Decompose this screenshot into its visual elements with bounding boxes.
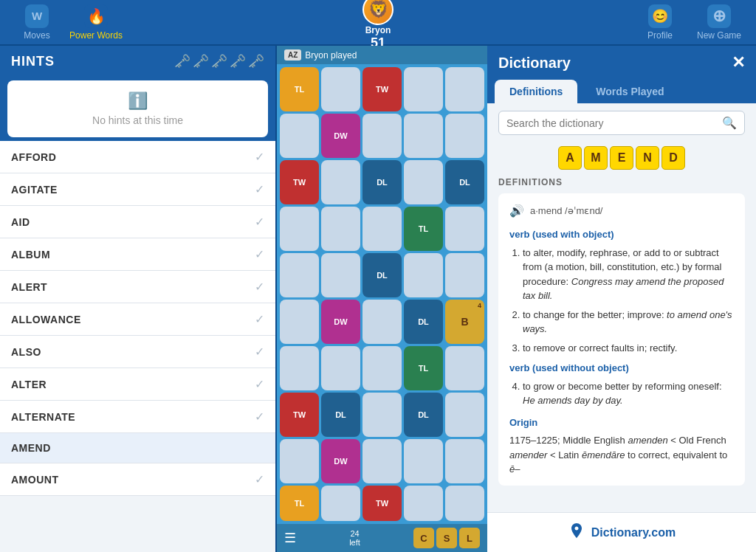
tile-empty	[280, 346, 319, 390]
menu-icon[interactable]: ☰	[284, 530, 296, 546]
list-item[interactable]: AID✓	[0, 206, 275, 238]
dict-word-tiles: A M E N D	[487, 146, 756, 170]
letter-tile-s: S	[436, 528, 457, 548]
definition-list-2: to grow or become better by reforming on…	[509, 379, 734, 408]
tab-words-played[interactable]: Words Played	[581, 80, 678, 103]
definition-list-1: to alter, modify, rephrase, or add to or…	[509, 246, 734, 356]
tile-empty	[321, 346, 360, 390]
middle-panel: AZ Bryon played TL TW DW TW DL DL	[277, 46, 487, 552]
pronunciation: a·mend /əˈmɛnd/	[530, 204, 603, 218]
word-text: AID	[11, 216, 30, 228]
pronunciation-row: 🔊 a·mend /əˈmɛnd/	[509, 202, 734, 220]
tile-tw: TW	[362, 67, 402, 111]
dict-tabs: Definitions Words Played	[487, 80, 756, 103]
dict-tile-m: M	[584, 146, 608, 170]
tile-empty	[445, 207, 484, 251]
tile-green: TL	[404, 346, 443, 390]
list-item[interactable]: ALBUM✓	[0, 238, 275, 271]
hint-key-3: 🗝️	[211, 53, 227, 69]
list-item[interactable]: ALLOWANCE✓	[0, 303, 275, 336]
tile-empty	[404, 486, 443, 521]
definition-item: to grow or become better by reforming on…	[523, 379, 734, 408]
tile-empty	[445, 114, 484, 158]
tile-dl: DL	[445, 160, 484, 204]
list-item[interactable]: ALTER✓	[0, 368, 275, 401]
list-item[interactable]: AMOUNT✓	[0, 463, 275, 496]
dict-tile-d: D	[662, 146, 685, 170]
definition-item: to change for the better; improve: to am…	[523, 308, 734, 337]
speaker-icon[interactable]: 🔊	[509, 202, 524, 220]
tile-empty	[280, 253, 319, 297]
tile-empty	[321, 160, 360, 204]
tile-empty	[280, 207, 319, 251]
nav-label-profile: Profile	[647, 30, 673, 41]
hint-key-1: 🗝️	[174, 53, 190, 69]
game-header: AZ Bryon played	[277, 46, 487, 64]
nav-item-power-words[interactable]: 🔥 Power Words	[66, 4, 126, 41]
close-button[interactable]: ✕	[732, 53, 745, 72]
dict-content: DEFINITIONS 🔊 a·mend /əˈmɛnd/ verb (used…	[487, 177, 756, 512]
hint-key-5: 🗝️	[248, 53, 264, 69]
search-icon: 🔍	[722, 116, 737, 130]
list-item[interactable]: ALERT✓	[0, 271, 275, 303]
tile-dl: DL	[362, 253, 402, 297]
nav-item-moves[interactable]: W Moves	[7, 4, 66, 41]
pos-header-2: verb (used without object)	[509, 361, 734, 376]
word-text: ALERT	[11, 281, 47, 293]
check-icon: ✓	[255, 312, 264, 326]
tile-empty	[445, 393, 484, 437]
dict-footer[interactable]: Dictionary.com	[487, 512, 756, 552]
word-text: ALBUM	[11, 249, 50, 261]
search-input[interactable]	[506, 117, 716, 129]
word-text: ALSO	[11, 346, 41, 358]
list-item[interactable]: ALSO✓	[0, 336, 275, 368]
tile-empty	[362, 300, 402, 344]
nav-item-new-game[interactable]: ⊕ New Game	[690, 4, 749, 41]
dict-tile-e: E	[610, 146, 633, 170]
tile-tl: TL	[280, 67, 319, 111]
check-icon: ✓	[255, 150, 264, 164]
word-text: ALTERNATE	[11, 411, 75, 423]
tile-dw: DW	[321, 300, 360, 344]
tile-empty	[404, 439, 443, 483]
right-panel: Dictionary ✕ Definitions Words Played 🔍 …	[487, 46, 756, 552]
tile-empty	[362, 439, 402, 483]
definition-item: to remove or correct faults in; rectify.	[523, 341, 734, 356]
main-layout: HINTS 🗝️ 🗝️ 🗝️ 🗝️ 🗝️ ℹ️ No hints at this…	[0, 46, 756, 552]
check-icon: ✓	[255, 247, 264, 261]
letter-tile-l: L	[459, 528, 480, 548]
check-icon: ✓	[255, 215, 264, 229]
no-hints-box: ℹ️ No hints at this time	[7, 80, 268, 137]
tile-tw: TW	[362, 486, 402, 521]
tile-empty	[321, 253, 360, 297]
hint-key-2: 🗝️	[193, 53, 209, 69]
check-icon: ✓	[255, 377, 264, 391]
list-item[interactable]: ALTERNATE✓	[0, 401, 275, 433]
tile-empty	[445, 253, 484, 297]
list-item[interactable]: AFFORD✓	[0, 141, 275, 173]
top-nav: W Moves 🔥 Power Words 🦁 Bryon 51 😊 Profi…	[0, 0, 756, 46]
search-box: 🔍	[498, 111, 745, 135]
nav-label-moves: Moves	[24, 30, 49, 41]
list-item[interactable]: AGITATE✓	[0, 173, 275, 206]
tile-tw: TW	[280, 393, 319, 437]
tile-empty	[321, 207, 360, 251]
tile-empty	[445, 346, 484, 390]
hint-key-4: 🗝️	[230, 53, 246, 69]
moves-icon: W	[25, 4, 49, 28]
tab-definitions[interactable]: Definitions	[495, 80, 577, 103]
origin-text: 1175–1225; Middle English amenden < Old …	[509, 433, 734, 477]
check-icon: ✓	[255, 182, 264, 196]
tile-empty	[362, 114, 402, 158]
check-icon: ✓	[255, 410, 264, 424]
list-item-selected[interactable]: AMEND	[0, 433, 275, 463]
nav-item-profile[interactable]: 😊 Profile	[630, 4, 690, 41]
tile-letter-b: B4	[445, 300, 484, 344]
hints-title: HINTS	[11, 54, 55, 69]
word-text: ALTER	[11, 379, 47, 390]
word-text: AMOUNT	[11, 474, 58, 486]
game-header-text: Bryon played	[305, 50, 357, 61]
tile-dl: DL	[321, 393, 360, 437]
tile-empty	[445, 439, 484, 483]
tiles-left: 24left	[349, 529, 360, 547]
